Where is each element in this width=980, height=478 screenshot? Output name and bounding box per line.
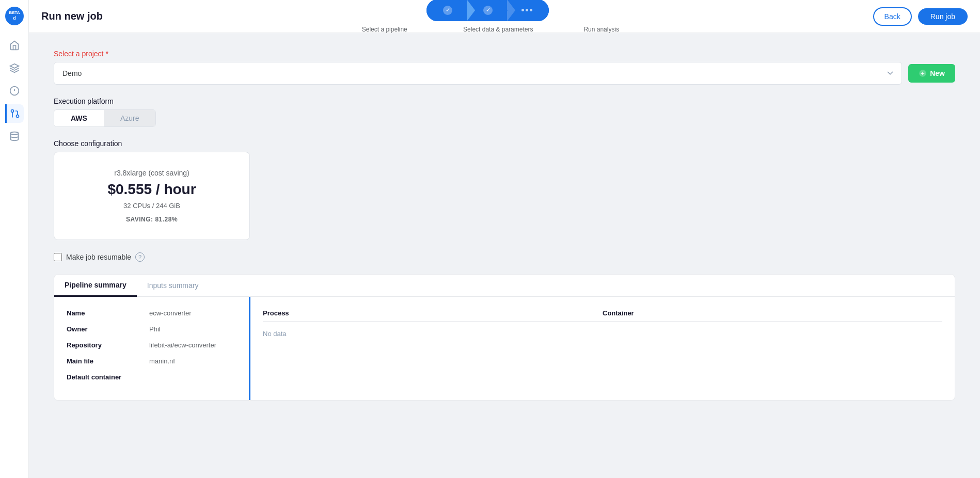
platform-tab-azure[interactable]: Azure [104,110,156,126]
svg-text:d: d [13,15,16,21]
topbar: Run new job ✓ ✓ [29,0,980,33]
platform-tabs: AWS Azure [54,109,156,127]
row-val-name: ecw-converter [149,309,192,317]
configuration-section: Choose configuration r3.8xlarge (cost sa… [54,139,955,240]
process-header: Process Container [263,305,942,322]
help-icon[interactable]: ? [135,252,145,262]
step-2-label: Select data & parameters [463,26,533,33]
topbar-actions: Back Run job [873,7,968,26]
stepper-pills: ✓ ✓ [426,0,549,21]
resumable-row: Make job resumable ? [54,252,955,262]
process-col-header: Process [263,309,603,317]
row-key-container: Default container [67,373,149,381]
sidebar-item-insights[interactable] [5,82,24,100]
config-specs: 32 CPUs / 244 GiB [71,202,233,210]
tab-inputs-summary[interactable]: Inputs summary [137,275,209,296]
main-content: Run new job ✓ ✓ [29,0,980,478]
summary-row-owner: Owner Phil [67,321,236,337]
summary-row-repo: Repository lifebit-ai/ecw-converter [67,337,236,353]
sidebar-item-jobs[interactable] [5,59,24,77]
step-3-dots [521,9,532,11]
row-val-repo: lifebit-ai/ecw-converter [149,341,216,349]
container-col-header: Container [603,309,942,317]
content-area: Select a project * Demo New Execution pl… [29,33,980,478]
sidebar: BETA d [0,0,29,478]
resumable-checkbox[interactable] [54,253,62,261]
step-1[interactable]: ✓ [426,0,467,21]
resumable-label: Make job resumable [66,253,131,261]
configuration-card[interactable]: r3.8xlarge (cost saving) $0.555 / hour 3… [54,152,250,240]
project-select[interactable]: Demo [54,62,902,85]
row-val-owner: Phil [149,325,161,333]
summary-row-mainfile: Main file manin.nf [67,353,236,369]
page-title: Run new job [41,10,103,22]
new-project-button[interactable]: New [908,64,955,83]
run-job-button[interactable]: Run job [918,8,968,25]
required-marker: * [105,50,108,58]
project-label: Select a project * [54,50,955,58]
config-name: r3.8xlarge (cost saving) [71,169,233,177]
summary-right-panel: Process Container No data [250,297,955,400]
back-button[interactable]: Back [873,7,912,26]
step-2-check: ✓ [483,6,493,15]
config-price: $0.555 / hour [71,181,233,198]
tab-pipeline-summary[interactable]: Pipeline summary [54,275,137,297]
row-key-name: Name [67,309,149,317]
summary-row-container: Default container [67,369,236,385]
step-3-label: Run analysis [583,26,619,33]
stepper: ✓ ✓ [113,0,863,34]
sidebar-item-pipelines[interactable] [5,104,24,123]
configuration-label: Choose configuration [54,139,955,148]
execution-platform-label: Execution platform [54,97,955,105]
step-1-label: Select a pipeline [362,26,407,33]
summary-section: Pipeline summary Inputs summary Name ecw… [54,274,955,401]
row-key-owner: Owner [67,325,149,333]
project-section: Select a project * Demo New [54,50,955,85]
svg-point-9 [10,132,18,135]
config-saving: SAVING: 81.28% [71,216,233,223]
logo: BETA d [5,6,24,26]
svg-text:BETA: BETA [9,10,20,15]
step-1-check: ✓ [443,6,452,15]
row-key-repo: Repository [67,341,149,349]
execution-platform-section: Execution platform AWS Azure [54,97,955,127]
sidebar-item-home[interactable] [5,36,24,55]
row-val-mainfile: manin.nf [149,357,175,365]
svg-point-7 [11,110,14,113]
svg-point-6 [17,115,19,118]
platform-tab-aws[interactable]: AWS [54,110,104,126]
logo-icon: BETA d [5,6,24,26]
new-icon [919,69,927,77]
step-3[interactable] [507,0,549,21]
row-key-mainfile: Main file [67,357,149,365]
summary-left-panel: Name ecw-converter Owner Phil Repository… [54,297,250,400]
summary-row-name: Name ecw-converter [67,305,236,321]
summary-table: Name ecw-converter Owner Phil Repository… [54,297,955,400]
summary-tabs: Pipeline summary Inputs summary [54,275,955,297]
no-data-label: No data [263,326,942,342]
project-row: Demo New [54,62,955,85]
sidebar-item-data[interactable] [5,127,24,146]
